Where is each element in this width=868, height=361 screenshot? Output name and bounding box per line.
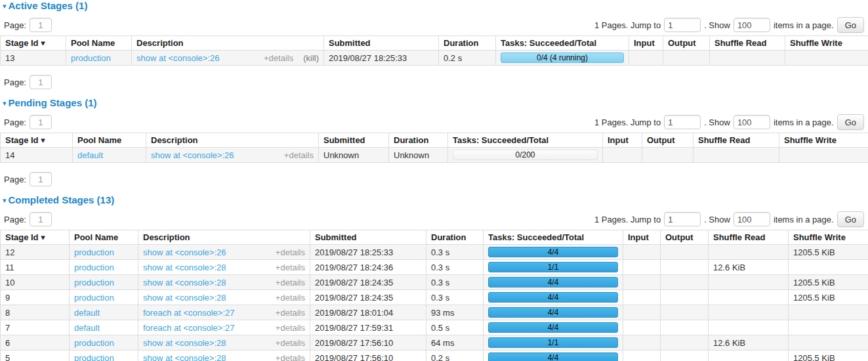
column-header-duration[interactable]: Duration xyxy=(439,36,496,51)
column-header-stage-id[interactable]: Stage Id ▾ xyxy=(1,36,66,51)
pool-name-link[interactable]: production xyxy=(74,263,114,272)
column-header-shuffle-write[interactable]: Shuffle Write xyxy=(789,230,868,245)
input-cell xyxy=(603,148,642,163)
section-header-completed-stages[interactable]: ▾Completed Stages (13) xyxy=(0,194,868,205)
column-header-submitted[interactable]: Submitted xyxy=(319,133,389,148)
pool-name-link[interactable]: production xyxy=(74,353,114,361)
section-title: Completed Stages (13) xyxy=(9,194,115,205)
column-header-output[interactable]: Output xyxy=(663,36,710,51)
tasks-cell: 4/4 xyxy=(484,290,623,305)
go-button[interactable]: Go xyxy=(837,211,864,227)
tasks-cell: 1/1 xyxy=(484,260,623,275)
output-cell xyxy=(661,335,709,350)
column-header-pool-name[interactable]: Pool Name xyxy=(70,230,138,245)
column-header-shuffle-read[interactable]: Shuffle Read xyxy=(710,36,785,51)
stage-row: 7default+detailsforeach at <console>:272… xyxy=(1,320,868,335)
shuffle-write-cell xyxy=(789,260,868,275)
pool-name-link[interactable]: production xyxy=(71,53,111,63)
page-input[interactable] xyxy=(30,212,52,226)
page-input[interactable] xyxy=(30,172,52,186)
column-header-input[interactable]: Input xyxy=(623,230,661,245)
pool-name-link[interactable]: production xyxy=(74,278,114,287)
description-link[interactable]: show at <console>:26 xyxy=(151,150,234,160)
jump-to-page-input[interactable] xyxy=(664,18,701,32)
column-header-duration[interactable]: Duration xyxy=(389,133,448,148)
pool-name-link[interactable]: production xyxy=(74,247,114,257)
column-header-output[interactable]: Output xyxy=(661,230,709,245)
pool-name-cell: default xyxy=(70,320,138,335)
description-link[interactable]: show at <console>:26 xyxy=(136,53,219,63)
details-toggle[interactable]: +details xyxy=(276,323,305,333)
description-link[interactable]: foreach at <console>:27 xyxy=(143,323,235,333)
details-toggle[interactable]: +details xyxy=(276,308,305,318)
details-toggle[interactable]: +details xyxy=(276,293,305,303)
description-link[interactable]: foreach at <console>:27 xyxy=(143,308,235,318)
details-toggle[interactable]: +details xyxy=(276,278,305,287)
input-cell xyxy=(623,335,661,350)
kill-link[interactable]: (kill) xyxy=(303,53,319,63)
page-input[interactable] xyxy=(30,75,52,89)
show-items-input[interactable] xyxy=(734,212,770,226)
go-button[interactable]: Go xyxy=(837,114,864,130)
description-link[interactable]: show at <console>:28 xyxy=(143,338,226,348)
details-toggle[interactable]: +details xyxy=(276,353,305,361)
page-input[interactable] xyxy=(30,115,52,129)
pool-name-link[interactable]: default xyxy=(74,308,100,318)
pool-name-link[interactable]: production xyxy=(74,338,114,348)
column-header-shuffle-write[interactable]: Shuffle Write xyxy=(779,133,868,148)
column-header-shuffle-read[interactable]: Shuffle Read xyxy=(693,133,779,148)
shuffle-read-cell xyxy=(710,51,785,66)
pool-name-cell: default xyxy=(70,305,138,320)
output-cell xyxy=(642,148,693,163)
column-header-submitted[interactable]: Submitted xyxy=(324,36,439,51)
pool-name-link[interactable]: default xyxy=(77,150,103,160)
column-header-shuffle-write[interactable]: Shuffle Write xyxy=(785,36,868,51)
column-header-shuffle-read[interactable]: Shuffle Read xyxy=(709,230,789,245)
tasks-progress-bar: 4/4 xyxy=(488,352,618,361)
description-link[interactable]: show at <console>:28 xyxy=(143,293,226,303)
pool-name-link[interactable]: default xyxy=(74,323,100,333)
details-toggle[interactable]: +details xyxy=(276,338,305,348)
column-header-submitted[interactable]: Submitted xyxy=(310,230,426,245)
tasks-cell: 4/4 xyxy=(484,305,623,320)
column-header-tasks-succeeded-total[interactable]: Tasks: Succeeded/Total xyxy=(484,230,623,245)
show-items-input[interactable] xyxy=(734,18,770,32)
submitted-cell: 2019/08/27 18:01:04 xyxy=(310,305,426,320)
description-link[interactable]: show at <console>:26 xyxy=(143,247,226,257)
section-header-pending-stages[interactable]: ▾Pending Stages (1) xyxy=(0,97,868,108)
page-input[interactable] xyxy=(30,18,52,32)
section-header-active-stages[interactable]: ▾Active Stages (1) xyxy=(0,0,868,11)
column-header-description[interactable]: Description xyxy=(146,133,319,148)
jump-to-page-input[interactable] xyxy=(664,212,701,226)
shuffle-read-cell: 12.6 KiB xyxy=(709,260,789,275)
details-toggle[interactable]: +details xyxy=(276,263,305,272)
column-header-output[interactable]: Output xyxy=(642,133,693,148)
column-header-pool-name[interactable]: Pool Name xyxy=(73,133,146,148)
shuffle-write-cell xyxy=(785,51,868,66)
details-toggle[interactable]: +details xyxy=(276,247,305,257)
column-header-tasks-succeeded-total[interactable]: Tasks: Succeeded/Total xyxy=(448,133,603,148)
pool-name-cell: production xyxy=(70,275,138,290)
column-header-description[interactable]: Description xyxy=(138,230,310,245)
column-header-input[interactable]: Input xyxy=(603,133,642,148)
details-toggle[interactable]: +details xyxy=(284,150,314,160)
jump-to-page-input[interactable] xyxy=(664,115,701,129)
description-link[interactable]: show at <console>:28 xyxy=(143,278,226,287)
description-link[interactable]: show at <console>:28 xyxy=(143,353,226,361)
column-header-input[interactable]: Input xyxy=(629,36,663,51)
column-header-tasks-succeeded-total[interactable]: Tasks: Succeeded/Total xyxy=(496,36,629,51)
items-text: items in a page. xyxy=(774,20,834,30)
details-toggle[interactable]: +details xyxy=(264,53,293,63)
tasks-cell: 4/4 xyxy=(484,275,623,290)
description-cell: +detailsshow at <console>:28 xyxy=(138,335,310,350)
pool-name-cell: production xyxy=(70,245,138,260)
column-header-stage-id[interactable]: Stage Id ▾ xyxy=(1,133,73,148)
show-items-input[interactable] xyxy=(734,115,770,129)
pool-name-link[interactable]: production xyxy=(74,293,114,303)
column-header-description[interactable]: Description xyxy=(132,36,324,51)
column-header-stage-id[interactable]: Stage Id ▾ xyxy=(1,230,70,245)
column-header-duration[interactable]: Duration xyxy=(426,230,484,245)
column-header-pool-name[interactable]: Pool Name xyxy=(66,36,132,51)
description-link[interactable]: show at <console>:28 xyxy=(143,263,226,272)
go-button[interactable]: Go xyxy=(837,17,864,33)
